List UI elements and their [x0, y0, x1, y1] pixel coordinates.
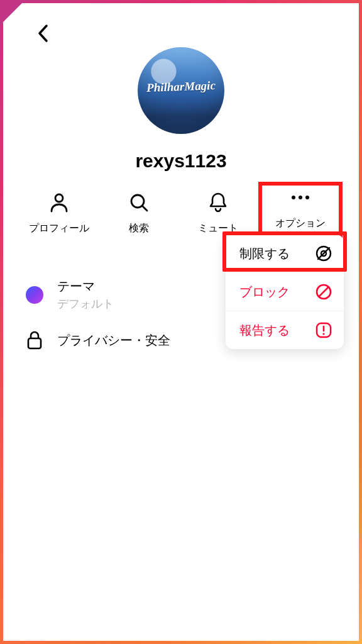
block-menu-item[interactable]: ブロック — [226, 272, 344, 311]
svg-line-2 — [143, 206, 147, 211]
search-action[interactable]: 検索 — [101, 187, 178, 240]
svg-line-6 — [318, 248, 329, 259]
mute-action-label: ミュート — [198, 222, 238, 235]
restrict-label: 制限する — [239, 245, 290, 262]
svg-line-8 — [319, 287, 329, 297]
more-icon — [292, 187, 309, 208]
profile-action[interactable]: プロフィール — [21, 187, 98, 240]
person-icon — [50, 192, 69, 213]
back-button[interactable] — [31, 21, 56, 46]
bell-icon — [209, 192, 228, 213]
svg-point-0 — [55, 194, 63, 202]
chevron-left-icon — [37, 24, 50, 43]
svg-rect-3 — [28, 338, 41, 348]
block-icon — [315, 283, 332, 301]
svg-point-1 — [131, 195, 144, 208]
profile-action-label: プロフィール — [29, 222, 89, 235]
profile-avatar[interactable] — [138, 47, 224, 134]
eye-slash-icon — [315, 245, 332, 262]
lock-icon — [23, 329, 46, 352]
username-label: rexys1123 — [3, 150, 359, 172]
options-dropdown: 制限する ブロック 報告する — [226, 235, 344, 349]
report-menu-item[interactable]: 報告する — [226, 311, 344, 349]
report-label: 報告する — [239, 322, 290, 339]
search-icon — [129, 192, 149, 213]
svg-point-11 — [322, 333, 324, 335]
options-action-label: オプション — [275, 217, 326, 230]
theme-color-icon — [26, 286, 43, 304]
search-action-label: 検索 — [129, 222, 149, 235]
mute-action[interactable]: ミュート — [180, 187, 257, 240]
block-label: ブロック — [239, 284, 290, 301]
alert-icon — [315, 321, 332, 339]
restrict-menu-item[interactable]: 制限する — [226, 235, 344, 272]
